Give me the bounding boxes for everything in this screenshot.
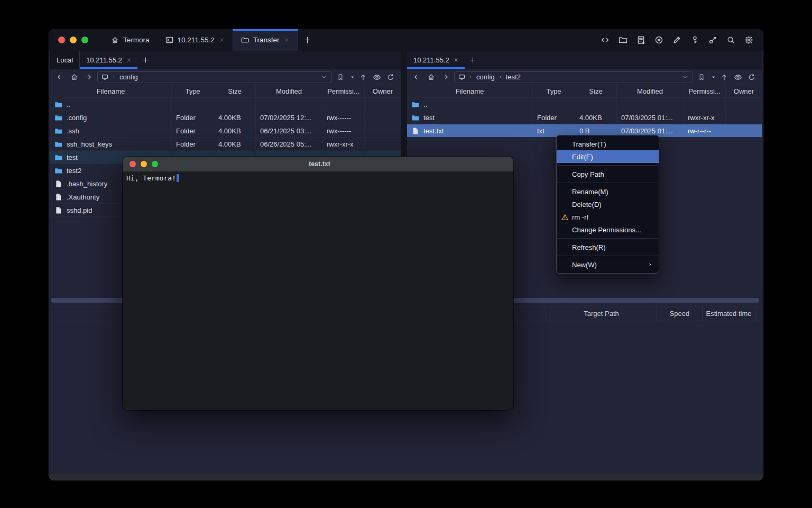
column-header-size[interactable]: Size — [214, 85, 255, 97]
close-tab-icon[interactable] — [285, 38, 290, 42]
menu-item-new-w[interactable]: New(W) — [557, 258, 659, 271]
file-name-cell: .ssh — [50, 124, 171, 137]
app-tab-10-211-55-2[interactable]: 10.211.55.2 — [158, 29, 233, 51]
bookmark-button[interactable] — [335, 71, 346, 84]
log-icon — [636, 35, 645, 44]
home-button[interactable] — [68, 71, 80, 84]
forward-button[interactable] — [438, 71, 451, 84]
file-owner-cell — [364, 98, 401, 111]
menu-item-transfer-t[interactable]: Transfer(T) — [557, 138, 659, 150]
bookmark-dropdown-button[interactable] — [709, 71, 717, 84]
toolbar-code-button[interactable] — [598, 34, 611, 47]
toolbar-gear-button[interactable] — [742, 34, 755, 47]
bookmark-button[interactable] — [696, 71, 707, 84]
file-name: .. — [67, 101, 70, 108]
file-row-[interactable]: .. — [407, 98, 762, 111]
editor-titlebar[interactable]: test.txt — [123, 157, 513, 171]
file-name-cell: test — [407, 111, 532, 124]
column-header-modified[interactable]: Modified — [616, 85, 683, 97]
folder-icon — [619, 35, 628, 44]
zoom-window-button[interactable] — [81, 37, 88, 43]
column-header-type[interactable]: Type — [532, 85, 575, 97]
editor-title: test.txt — [309, 160, 330, 168]
close-tab-icon[interactable] — [126, 58, 131, 62]
file-owner-cell — [725, 124, 762, 137]
toolbar-record-button[interactable] — [652, 34, 665, 47]
file-row-ssh[interactable]: .sshFolder4.00KB06/21/2025 03:...rwx----… — [50, 124, 401, 138]
column-header-filename[interactable]: Filename — [50, 85, 171, 97]
file-name-cell: .config — [50, 111, 171, 124]
menu-item-rm-rf[interactable]: rm -rf — [557, 211, 659, 223]
queue-column-estimated-time: Estimated time — [702, 306, 755, 321]
toolbar-key-button[interactable] — [688, 34, 701, 47]
breadcrumb-segment[interactable]: config — [476, 73, 495, 81]
back-button[interactable] — [54, 71, 67, 84]
column-header-filename[interactable]: Filename — [407, 85, 532, 97]
column-header-size[interactable]: Size — [575, 85, 616, 97]
up-directory-button[interactable] — [718, 71, 731, 84]
folder-icon — [54, 153, 62, 161]
tab-10-211-55-2[interactable]: 10.211.55.2 — [80, 51, 137, 69]
arrow-up-icon — [721, 74, 728, 81]
menu-item-rename-m[interactable]: Rename(M) — [557, 185, 659, 198]
new-panel-tab-button[interactable] — [137, 51, 154, 69]
up-directory-button[interactable] — [357, 71, 370, 84]
show-hidden-files-button[interactable] — [732, 71, 744, 84]
back-button[interactable] — [411, 71, 423, 84]
toolbar-pencil-button[interactable] — [670, 34, 683, 47]
bookmark-dropdown-button[interactable] — [348, 71, 356, 84]
menu-item-edit-e[interactable]: Edit(E) — [557, 150, 659, 163]
toolbar-search-button[interactable] — [724, 34, 737, 47]
refresh-icon — [387, 74, 394, 81]
column-header-owner[interactable]: Owner — [725, 85, 762, 97]
chevron-down-icon[interactable] — [321, 74, 328, 80]
file-row-ssh-host-keys[interactable]: ssh_host_keysFolder4.00KB06/26/2025 05:.… — [50, 138, 401, 151]
tab-10-211-55-2[interactable]: 10.211.55.2 — [407, 51, 465, 69]
menu-item-delete-d[interactable]: Delete(D) — [557, 198, 659, 211]
column-header-type[interactable]: Type — [171, 85, 214, 97]
column-header-owner[interactable]: Owner — [364, 85, 401, 97]
column-header-permissi[interactable]: Permissi... — [683, 85, 725, 97]
show-hidden-files-button[interactable] — [371, 71, 383, 84]
menu-separator — [557, 165, 658, 166]
refresh-button[interactable] — [745, 71, 758, 84]
menu-item-refresh-r[interactable]: Refresh(R) — [557, 241, 659, 253]
toolbar-keychain-button[interactable] — [706, 34, 719, 47]
breadcrumb-segment[interactable]: test2 — [506, 73, 521, 81]
column-header-modified[interactable]: Modified — [255, 85, 322, 97]
column-header-permissi[interactable]: Permissi... — [322, 85, 364, 97]
file-row-config[interactable]: .configFolder4.00KB07/02/2025 12:...rwx-… — [50, 111, 401, 124]
chevron-down-icon[interactable] — [682, 74, 689, 80]
tab-local[interactable]: Local — [50, 51, 80, 69]
folder-icon — [411, 114, 419, 122]
caret-down-icon — [711, 75, 716, 79]
menu-item-change-permissions[interactable]: Change Permissions... — [557, 223, 659, 236]
menu-item-copy-path[interactable]: Copy Path — [557, 168, 659, 180]
close-tab-icon[interactable] — [454, 58, 458, 62]
file-permissions-cell: rwxr-xr-x — [683, 111, 725, 124]
right-panel-tabs: 10.211.55.2 — [407, 51, 762, 69]
editor-content[interactable]: Hi, Termora! — [123, 171, 513, 410]
file-icon — [54, 180, 62, 188]
home-button[interactable] — [425, 71, 437, 84]
close-tab-icon[interactable] — [220, 38, 225, 42]
app-tab-transfer[interactable]: Transfer — [233, 29, 298, 51]
file-name: .config — [67, 114, 87, 122]
forward-button[interactable] — [81, 71, 94, 84]
toolbar-log-button[interactable] — [634, 34, 647, 47]
right-address-bar[interactable]: configtest2 — [454, 71, 693, 83]
app-tab-termora[interactable]: Termora — [103, 29, 158, 51]
breadcrumb-segment[interactable]: config — [119, 73, 138, 81]
editor-zoom-button[interactable] — [152, 161, 158, 167]
new-panel-tab-button[interactable] — [465, 51, 482, 69]
editor-minimize-button[interactable] — [141, 161, 147, 167]
file-row-test[interactable]: testFolder4.00KB07/03/2025 01:...rwxr-xr… — [407, 111, 762, 124]
refresh-button[interactable] — [384, 71, 397, 84]
close-window-button[interactable] — [58, 37, 65, 43]
minimize-window-button[interactable] — [70, 37, 77, 43]
toolbar-folder-button[interactable] — [616, 34, 629, 47]
editor-close-button[interactable] — [130, 161, 136, 167]
file-row-[interactable]: .. — [50, 98, 401, 111]
left-address-bar[interactable]: config — [97, 71, 332, 83]
new-app-tab-button[interactable] — [298, 29, 317, 51]
